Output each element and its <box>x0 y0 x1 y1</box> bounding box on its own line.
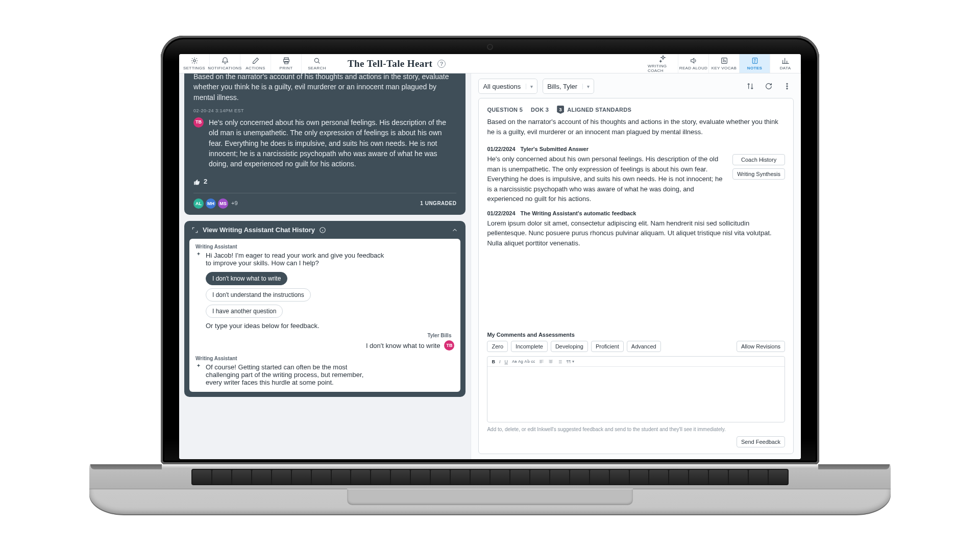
chart-icon <box>781 57 790 65</box>
expand-icon <box>191 227 199 234</box>
aligned-standards-label[interactable]: ALIGNED STANDARDS <box>567 107 631 113</box>
info-icon[interactable] <box>319 227 326 234</box>
key-vocab-button[interactable]: KEY VOCAB <box>709 54 740 73</box>
laptop-camera <box>488 45 492 49</box>
rubric-proficient-button[interactable]: Proficient <box>591 341 624 352</box>
user-avatar: TB <box>444 340 454 350</box>
align-center-icon[interactable] <box>548 359 553 364</box>
search-label: SEARCH <box>308 66 326 70</box>
italic-button[interactable]: I <box>499 359 501 364</box>
chat-card: View Writing Assistant Chat History Writ… <box>184 221 465 397</box>
notifications-button[interactable]: NOTIFICATIONS <box>210 54 240 73</box>
responder-avatar[interactable]: MH <box>206 198 216 209</box>
feedback-editor[interactable]: B I U A𝖺 A𝗀 A𝖻 𝖼𝖼 ¶¶ ▾ <box>487 356 785 422</box>
student-select-value: Bills, Tyler <box>547 83 577 90</box>
writing-coach-button[interactable]: WRITING COACH <box>648 54 678 73</box>
submitted-date: 01/22/2024 <box>487 146 515 152</box>
chat-header-label: View Writing Assistant Chat History <box>203 226 315 234</box>
qa-prompt: Based on the narrator's account of his t… <box>193 73 456 103</box>
qa-answer-text: He's only concerned about his own person… <box>209 117 456 169</box>
writing-synthesis-button[interactable]: Writing Synthesis <box>732 168 785 180</box>
title-area: The Tell-Tale Heart ? <box>332 54 648 73</box>
laptop-trackpad <box>347 489 633 505</box>
key-vocab-label: KEY VOCAB <box>712 66 737 70</box>
allow-revisions-button[interactable]: Allow Revisions <box>737 341 785 352</box>
right-pane: All questions ▾ Bills, Tyler ▾ <box>471 73 801 459</box>
send-feedback-button[interactable]: Send Feedback <box>737 436 785 447</box>
print-button[interactable]: PRINT <box>271 54 302 73</box>
editor-textarea[interactable] <box>487 367 785 422</box>
read-aloud-button[interactable]: READ ALOUD <box>678 54 709 73</box>
my-comments-label: My Comments and Assessments <box>487 332 785 338</box>
submitted-label: Tyler's Submitted Answer <box>521 146 589 152</box>
data-label: DATA <box>780 66 791 70</box>
grading-panel: QUESTION 5 DOK 3 3 ALIGNED STANDARDS Bas… <box>478 98 794 454</box>
speaker-icon <box>690 57 698 65</box>
vocab-icon <box>720 57 728 65</box>
chat-suggestion-chip[interactable]: I have another question <box>206 305 283 318</box>
chevron-down-icon: ▾ <box>526 84 533 89</box>
laptop-deck <box>89 464 891 515</box>
rubric-incomplete-button[interactable]: Incomplete <box>511 341 548 352</box>
rubric-advanced-button[interactable]: Advanced <box>627 341 661 352</box>
list-icon[interactable] <box>557 359 562 364</box>
standards-badge[interactable]: 3 <box>557 106 564 114</box>
left-pane: Based on the narrator's account of his t… <box>179 73 471 459</box>
chat-body[interactable]: Writing Assistant Hi Jacob! I'm eager to… <box>189 239 460 392</box>
font-size-button[interactable]: A𝖺 A𝗀 A𝖻 𝖼𝖼 <box>512 359 535 364</box>
more-responders: +9 <box>231 199 238 208</box>
align-left-icon[interactable] <box>539 359 544 364</box>
rubric-developing-button[interactable]: Developing <box>551 341 588 352</box>
print-label: PRINT <box>280 66 293 70</box>
or-type-text: Or type your ideas below for feedback. <box>206 322 454 330</box>
notes-label: NOTES <box>747 66 763 70</box>
more-button[interactable] <box>780 80 794 93</box>
responder-avatar[interactable]: MS <box>218 198 228 209</box>
sort-button[interactable] <box>744 80 757 93</box>
chat-suggestion-chip[interactable]: I don't understand the instructions <box>206 288 311 302</box>
qa-timestamp: 02-20-24 3:14PM EST <box>193 108 456 114</box>
search-button[interactable]: SEARCH <box>302 54 332 73</box>
questions-select-value: All questions <box>483 83 521 90</box>
sparkle-icon <box>659 55 667 63</box>
student-select[interactable]: Bills, Tyler ▾ <box>543 79 594 94</box>
feedback-label: The Writing Assistant's automatic feedba… <box>521 210 636 216</box>
chevron-up-icon <box>451 227 458 234</box>
thumbs-up-icon[interactable] <box>193 179 201 186</box>
responder-avatar[interactable]: AL <box>193 198 204 209</box>
notifications-label: NOTIFICATIONS <box>208 66 241 70</box>
underline-button[interactable]: U <box>504 359 508 364</box>
editor-toolbar: B I U A𝖺 A𝗀 A𝖻 𝖼𝖼 ¶¶ ▾ <box>487 357 785 367</box>
editor-hint: Add to, delete, or edit Inkwell's sugges… <box>487 427 785 432</box>
top-toolbar: SETTINGSNOTIFICATIONSACTIONSPRINTSEARCH … <box>179 54 801 73</box>
auto-feedback-text: Lorem ipsum dolor sit amet, consectetur … <box>487 218 785 326</box>
page-title: The Tell-Tale Heart <box>348 58 432 69</box>
chat-toggle[interactable]: View Writing Assistant Chat History <box>184 221 465 239</box>
wa-reply: Of course! Getting started can often be … <box>206 363 379 386</box>
refresh-button[interactable] <box>762 80 775 93</box>
bold-button[interactable]: B <box>492 359 495 364</box>
read-aloud-label: READ ALOUD <box>679 66 708 70</box>
question-number: QUESTION 5 <box>487 107 523 113</box>
coach-history-button[interactable]: Coach History <box>732 154 785 165</box>
settings-button[interactable]: SETTINGS <box>179 54 210 73</box>
actions-button[interactable]: ACTIONS <box>240 54 271 73</box>
data-button[interactable]: DATA <box>770 54 801 73</box>
rubric-zero-button[interactable]: Zero <box>487 341 508 352</box>
gear-icon <box>190 57 199 65</box>
like-count: 2 <box>204 177 207 187</box>
chevron-down-icon: ▾ <box>582 84 590 89</box>
laptop-keyboard <box>191 469 789 485</box>
filter-row: All questions ▾ Bills, Tyler ▾ <box>478 79 794 94</box>
ungraded-badge: 1 UNGRADED <box>420 200 456 208</box>
print-icon <box>282 57 290 65</box>
writing-coach-label: WRITING COACH <box>648 64 678 73</box>
user-name-label: Tyler Bills <box>195 333 451 338</box>
help-icon[interactable]: ? <box>437 60 446 68</box>
chat-suggestion-chip[interactable]: I don't know what to write <box>206 272 287 285</box>
laptop-lid: SETTINGSNOTIFICATIONSACTIONSPRINTSEARCH … <box>161 36 819 464</box>
questions-select[interactable]: All questions ▾ <box>478 79 537 94</box>
more-format-button[interactable]: ¶¶ ▾ <box>567 359 574 364</box>
notes-button[interactable]: NOTES <box>740 54 770 73</box>
wa-label-2: Writing Assistant <box>195 356 454 361</box>
